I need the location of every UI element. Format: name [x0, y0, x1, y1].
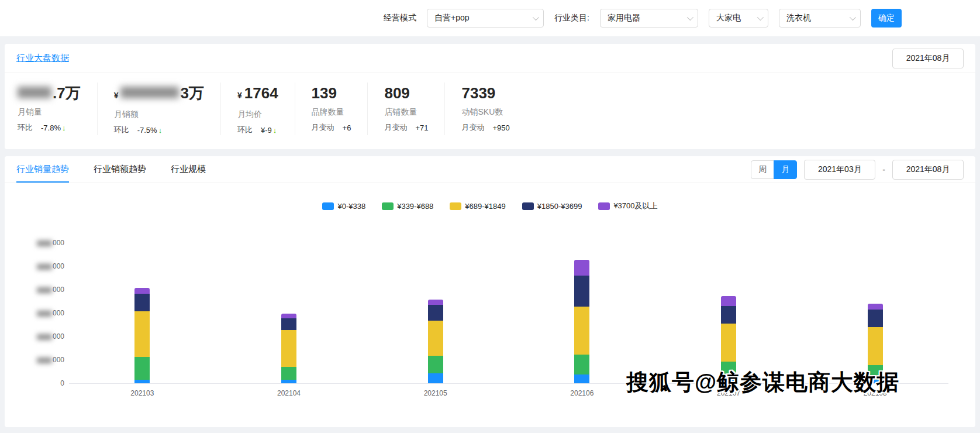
bar-segment[interactable]	[574, 307, 589, 355]
tab-industry-scale[interactable]: 行业规模	[171, 156, 206, 183]
chevron-down-icon	[533, 14, 539, 20]
category-filter-label: 行业类目:	[554, 13, 589, 23]
bar-segment[interactable]	[574, 374, 589, 383]
stat-sub: 月变动 +950	[461, 122, 509, 133]
bar-segment[interactable]	[134, 357, 150, 380]
bar-segment[interactable]	[428, 356, 443, 373]
bar-segment[interactable]	[574, 260, 589, 276]
stat-label: 月销额	[114, 109, 204, 120]
category-select[interactable]: 家用电器	[600, 9, 698, 28]
overview-month-picker[interactable]: 2021年08月	[892, 49, 964, 68]
tab-sales-revenue-trend[interactable]: 行业销额趋势	[94, 156, 146, 183]
y-axis-label: 000	[12, 308, 64, 318]
trend-controls: 周 月 2021年03月 - 2021年08月	[751, 160, 964, 180]
stacked-bar[interactable]	[721, 296, 736, 383]
stat-label: 月均价	[237, 109, 278, 120]
trend-header: 行业销量趋势 行业销额趋势 行业规模 周 月 2021年03月 - 2021年0…	[5, 156, 975, 183]
legend-swatch	[382, 202, 394, 210]
bar-segment[interactable]	[721, 362, 736, 377]
bar-segment[interactable]	[428, 373, 443, 383]
bar-segment[interactable]	[428, 305, 443, 321]
bar-segment[interactable]	[134, 288, 150, 294]
legend-item[interactable]: ¥1850-¥3699	[522, 201, 582, 211]
bar-segment[interactable]	[721, 306, 736, 324]
x-axis-line	[69, 383, 948, 384]
bar-segment[interactable]	[281, 314, 296, 318]
range-end-picker[interactable]: 2021年08月	[892, 160, 964, 180]
chart-canvas: 202103202104202105202106202107202108 000…	[5, 228, 975, 403]
bar-column: 202108	[802, 236, 948, 383]
censored-ytick	[37, 358, 52, 363]
legend-swatch	[522, 202, 534, 210]
stat-sub: 月变动 +6	[312, 122, 351, 133]
censored-ytick	[37, 311, 52, 317]
sub-category-select[interactable]: 大家电	[709, 9, 768, 28]
bar-segment[interactable]	[134, 311, 150, 357]
x-axis-label: 202108	[802, 389, 948, 397]
stat-label: 动销SKU数	[461, 107, 509, 118]
censored-ytick	[37, 240, 52, 246]
bar-segment[interactable]	[428, 321, 443, 356]
stat-brand-count: 139 品牌数量 月变动 +6	[295, 83, 368, 135]
x-axis-label: 202105	[362, 389, 509, 397]
bar-segment[interactable]	[281, 367, 296, 380]
range-start-picker[interactable]: 2021年03月	[804, 160, 875, 180]
overview-title-link[interactable]: 行业大盘数据	[16, 53, 69, 64]
bar-column: 202106	[509, 236, 655, 383]
month-toggle-button[interactable]: 月	[774, 160, 797, 179]
chevron-down-icon	[850, 14, 856, 20]
industry-overview-card: 行业大盘数据 2021年08月 .7万 月销量 环比 -7.8% ↓ ¥3万 月…	[5, 44, 975, 149]
stacked-bar[interactable]	[281, 314, 296, 383]
down-arrow-icon: ↓	[158, 126, 163, 135]
bar-column: 202105	[362, 236, 509, 383]
legend-label: ¥339-¥688	[397, 202, 433, 211]
legend-label: ¥1850-¥3699	[537, 202, 582, 211]
bar-segment[interactable]	[868, 365, 883, 380]
stat-label: 品牌数量	[312, 107, 351, 118]
bar-segment[interactable]	[868, 310, 883, 327]
legend-item[interactable]: ¥3700及以上	[598, 201, 657, 211]
stacked-bar[interactable]	[868, 304, 883, 383]
bar-segment[interactable]	[574, 355, 589, 374]
y-axis-label: 000	[12, 332, 64, 341]
stat-value: .7万	[18, 83, 81, 104]
top-filter-bar: 经营模式 自营+pop 行业类目: 家用电器 大家电 洗衣机 确定	[0, 0, 980, 36]
bar-segment[interactable]	[721, 377, 736, 383]
censored-value	[18, 87, 51, 98]
y-axis-label: 000	[12, 238, 64, 248]
mode-filter-label: 经营模式	[384, 13, 416, 23]
stacked-bar[interactable]	[574, 260, 589, 383]
stat-monthly-revenue: ¥3万 月销额 环比 -7.5% ↓	[98, 83, 221, 135]
bar-column: 202107	[655, 236, 802, 383]
legend-item[interactable]: ¥0-¥338	[322, 201, 365, 211]
x-axis-label: 202107	[655, 389, 802, 397]
stacked-bar[interactable]	[428, 300, 443, 383]
bar-segment[interactable]	[134, 294, 150, 311]
bar-segment[interactable]	[281, 318, 296, 330]
mode-select[interactable]: 自营+pop	[427, 9, 544, 28]
tab-sales-volume-trend[interactable]: 行业销量趋势	[16, 156, 69, 183]
bar-segment[interactable]	[868, 304, 883, 310]
bar-segment[interactable]	[281, 330, 296, 367]
stat-average-price: ¥1764 月均价 环比 ¥-9 ↓	[221, 83, 295, 135]
stat-active-sku-count: 7339 动销SKU数 月变动 +950	[445, 83, 526, 135]
category-select-value: 家用电器	[608, 13, 640, 23]
x-axis-label: 202104	[216, 389, 363, 397]
chart-legend: ¥0-¥338¥339-¥688¥689-¥1849¥1850-¥3699¥37…	[5, 201, 975, 211]
y-axis-label: 0	[12, 379, 64, 388]
y-axis-label: 000	[12, 285, 64, 294]
bar-segment[interactable]	[428, 300, 443, 305]
bar-segment[interactable]	[721, 296, 736, 306]
legend-item[interactable]: ¥339-¥688	[382, 201, 433, 211]
confirm-button[interactable]: 确定	[871, 9, 902, 28]
legend-item[interactable]: ¥689-¥1849	[450, 201, 505, 211]
leaf-category-select[interactable]: 洗衣机	[779, 9, 861, 28]
bar-segment[interactable]	[574, 276, 589, 307]
week-toggle-button[interactable]: 周	[751, 160, 774, 179]
censored-ytick	[37, 287, 52, 293]
industry-trend-card: 行业销量趋势 行业销额趋势 行业规模 周 月 2021年03月 - 2021年0…	[5, 156, 975, 427]
stacked-bar[interactable]	[134, 288, 150, 383]
bar-segment[interactable]	[868, 327, 883, 365]
period-toggle: 周 月	[751, 160, 797, 179]
bar-segment[interactable]	[721, 324, 736, 362]
